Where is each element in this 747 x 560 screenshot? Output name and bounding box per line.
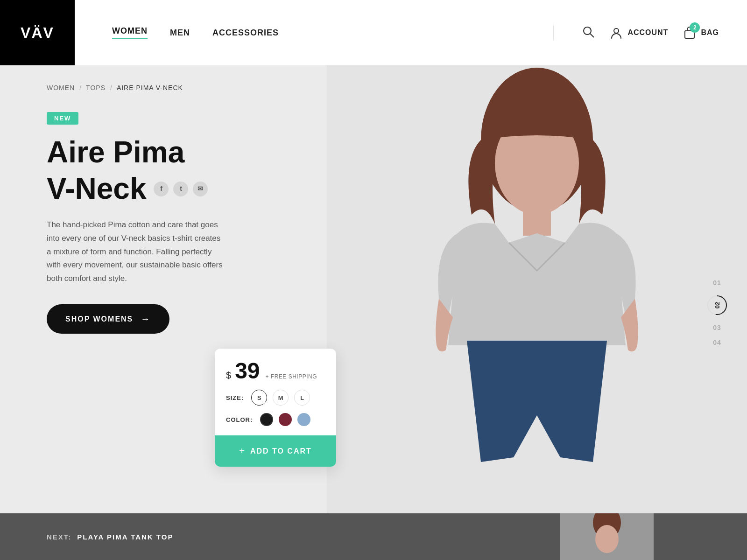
twitter-icon: t	[180, 185, 182, 192]
color-swatch-black[interactable]	[260, 413, 273, 426]
page-indicator-04[interactable]: 04	[713, 339, 721, 346]
nav-item-accessories[interactable]: ACCESSORIES	[212, 28, 279, 38]
next-product-name: PLAYA PIMA TANK TOP	[77, 533, 173, 541]
new-badge: NEW	[47, 112, 78, 125]
size-option-s[interactable]: S	[251, 390, 267, 406]
social-icons: f t ✉	[154, 182, 208, 196]
svg-point-0	[584, 27, 591, 35]
breadcrumb-current: AIRE PIMA V-NECK	[117, 84, 183, 91]
logo-block[interactable]: VÄV	[0, 0, 75, 65]
product-description: The hand-picked Pima cotton and care tha…	[47, 218, 224, 286]
svg-point-13	[595, 525, 619, 553]
plus-icon: +	[239, 446, 246, 456]
price-row: $ 39 + FREE SHIPPING	[215, 349, 336, 390]
size-m-label: M	[278, 394, 283, 401]
breadcrumb-sep-1: /	[79, 84, 81, 91]
color-row: COLOR:	[215, 413, 336, 435]
free-shipping-label: + FREE SHIPPING	[266, 373, 317, 380]
account-label: ACCOUNT	[627, 28, 668, 37]
size-label: SIZE:	[226, 394, 244, 401]
email-icon: ✉	[197, 185, 203, 192]
page-indicator-01[interactable]: 01	[713, 279, 721, 287]
search-icon	[582, 25, 595, 38]
color-label: COLOR:	[226, 416, 253, 423]
search-button[interactable]	[582, 25, 595, 40]
breadcrumb: WOMEN / TOPS / AIRE PIMA V-NECK	[47, 84, 183, 91]
shop-womens-label: SHOP WOMENS	[65, 315, 133, 323]
size-option-m[interactable]: M	[273, 390, 289, 406]
product-card: $ 39 + FREE SHIPPING SIZE: S M L COLOR: …	[215, 349, 336, 467]
header-right: ACCOUNT 2 BAG	[553, 25, 747, 40]
breadcrumb-sep-2: /	[110, 84, 112, 91]
bag-count: 2	[690, 22, 700, 33]
product-title-vneck: V-Neck	[47, 172, 146, 205]
facebook-icon: f	[160, 185, 162, 192]
color-swatch-blue[interactable]	[297, 413, 310, 426]
price-amount: 39	[235, 360, 260, 382]
page-ring-svg: 02	[706, 294, 728, 316]
page-ring-02[interactable]: 02	[706, 294, 728, 316]
size-row: SIZE: S M L	[215, 390, 336, 413]
page-indicators: 01 02 03 04	[706, 279, 728, 346]
breadcrumb-tops[interactable]: TOPS	[86, 84, 106, 91]
add-to-cart-button[interactable]: + ADD TO CART	[215, 435, 336, 467]
color-swatch-burgundy[interactable]	[279, 413, 292, 426]
nav-item-women[interactable]: WOMEN	[112, 26, 148, 39]
add-to-cart-label: ADD TO CART	[250, 447, 312, 455]
bag-label: BAG	[701, 28, 719, 37]
svg-text:02: 02	[714, 302, 721, 308]
svg-rect-7	[523, 208, 551, 236]
breadcrumb-women[interactable]: WOMEN	[47, 84, 75, 91]
twitter-share-button[interactable]: t	[173, 182, 188, 196]
page-indicator-03[interactable]: 03	[713, 324, 721, 331]
svg-line-1	[590, 34, 594, 37]
shop-womens-button[interactable]: SHOP WOMENS →	[47, 304, 169, 334]
arrow-icon: →	[141, 314, 151, 324]
main-content: WOMEN / TOPS / AIRE PIMA V-NECK NEW Aire…	[0, 65, 747, 560]
model-image	[327, 65, 747, 513]
product-title-line1: Aire Pima	[47, 136, 271, 168]
account-button[interactable]: ACCOUNT	[610, 26, 668, 39]
model-svg	[327, 65, 747, 513]
size-s-label: S	[257, 394, 261, 401]
bag-button[interactable]: 2 BAG	[683, 26, 719, 39]
next-thumb-svg	[560, 513, 654, 560]
next-label: NEXT:	[47, 533, 71, 541]
nav-item-men[interactable]: MEN	[170, 28, 190, 38]
facebook-share-button[interactable]: f	[154, 182, 169, 196]
account-icon	[610, 26, 623, 39]
size-l-label: L	[300, 394, 304, 401]
next-footer[interactable]: NEXT: PLAYA PIMA TANK TOP	[0, 513, 747, 560]
size-option-l[interactable]: L	[294, 390, 310, 406]
header: VÄV WOMEN MEN ACCESSORIES ACCOUNT 2 B	[0, 0, 747, 65]
next-product-thumbnail	[560, 513, 654, 560]
logo: VÄV	[21, 24, 54, 42]
email-share-button[interactable]: ✉	[193, 182, 208, 196]
product-title-line2: V-Neck f t ✉	[47, 172, 271, 205]
svg-point-2	[614, 28, 619, 33]
price-symbol: $	[226, 370, 231, 381]
main-nav: WOMEN MEN ACCESSORIES	[75, 26, 553, 39]
product-info: NEW Aire Pima V-Neck f t ✉ The hand-pick…	[47, 112, 271, 334]
